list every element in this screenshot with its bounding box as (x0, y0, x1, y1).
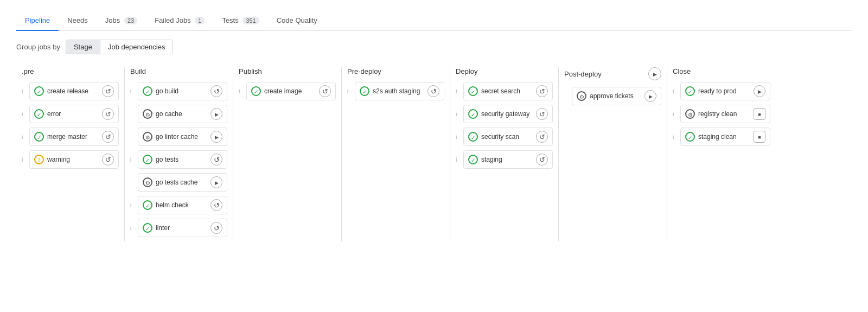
stage-pre: .pre i create release i error i (16, 67, 125, 241)
check-icon (688, 87, 692, 95)
list-item: i create release (22, 82, 119, 100)
tab-failed-jobs[interactable]: Failed Jobs 1 (146, 11, 213, 31)
group-by-job-dependencies-btn[interactable]: Job dependencies (100, 40, 173, 54)
job-name: linter (156, 224, 207, 232)
list-item: i go tests (130, 150, 227, 169)
stage-post-deploy-header: Post-deploy (564, 67, 661, 80)
job-name: create image (264, 87, 316, 95)
refresh-button[interactable] (210, 199, 222, 211)
status-gear-icon (577, 91, 586, 101)
refresh-icon (214, 224, 220, 232)
refresh-button[interactable] (536, 85, 548, 97)
check-icon (145, 156, 150, 164)
jobs-badge: 23 (124, 17, 137, 24)
refresh-button[interactable] (319, 85, 331, 97)
check-icon (471, 133, 475, 141)
refresh-icon (539, 87, 545, 95)
job-name: security gateway (481, 110, 533, 118)
check-icon (688, 133, 692, 141)
check-icon (471, 87, 475, 95)
info-icon: i (22, 111, 27, 117)
refresh-icon (105, 156, 111, 164)
status-success-icon (468, 86, 478, 96)
status-gear-icon (685, 109, 695, 119)
status-success-icon (143, 223, 152, 233)
check-icon (37, 87, 41, 95)
list-item: i approve tickets (564, 87, 661, 105)
play-icon (215, 133, 219, 140)
status-success-icon (34, 132, 44, 142)
job-name: staging clean (698, 133, 750, 141)
group-by-section: Group jobs by Stage Job dependencies (16, 40, 852, 54)
refresh-button[interactable] (536, 154, 548, 165)
status-success-icon (34, 109, 44, 119)
tab-pipeline[interactable]: Pipeline (16, 11, 59, 31)
play-button[interactable] (210, 176, 222, 188)
refresh-button[interactable] (102, 108, 114, 120)
play-button[interactable] (754, 85, 765, 97)
status-success-icon (468, 132, 478, 142)
info-icon: i (456, 111, 461, 117)
job-card: s2s auth staging (355, 82, 444, 100)
check-icon (362, 87, 367, 95)
warning-icon (38, 156, 40, 164)
play-button[interactable] (210, 131, 222, 143)
list-item: i merge master (22, 128, 119, 146)
play-button[interactable] (210, 108, 222, 120)
job-name: go tests (156, 156, 207, 163)
refresh-button[interactable] (102, 154, 114, 165)
tab-jobs[interactable]: Jobs 23 (97, 11, 146, 31)
job-name: merge master (47, 133, 99, 141)
stage-play-button[interactable] (648, 67, 661, 80)
job-card: create release (29, 82, 119, 100)
job-card: ready to prod (680, 82, 770, 100)
info-icon: i (130, 88, 136, 94)
check-icon (37, 133, 41, 141)
gear-icon (579, 92, 584, 100)
refresh-button[interactable] (536, 108, 548, 120)
refresh-button[interactable] (102, 131, 114, 143)
stop-button[interactable] (754, 131, 765, 143)
refresh-button[interactable] (210, 222, 222, 234)
status-success-icon (360, 86, 369, 96)
job-card: staging clean (680, 128, 770, 146)
refresh-button[interactable] (427, 85, 439, 97)
job-name: create release (47, 87, 99, 95)
check-icon (145, 201, 150, 209)
info-icon: i (22, 157, 27, 163)
job-card: merge master (29, 128, 119, 146)
list-item: i warning (22, 150, 119, 169)
play-icon (215, 179, 219, 186)
refresh-button[interactable] (210, 85, 222, 97)
status-success-icon (143, 200, 152, 210)
stage-deploy-title: Deploy (456, 67, 477, 75)
info-icon: i (22, 134, 27, 140)
tab-code-quality[interactable]: Code Quality (268, 11, 326, 31)
page-wrapper: Pipeline Needs Jobs 23 Failed Jobs 1 Tes… (0, 0, 868, 252)
check-icon (37, 110, 41, 118)
stage-pre-deploy-title: Pre-deploy (347, 67, 381, 75)
tab-needs[interactable]: Needs (59, 11, 97, 31)
job-name: secret search (481, 87, 533, 95)
group-by-stage-btn[interactable]: Stage (66, 40, 100, 54)
refresh-button[interactable] (210, 154, 222, 165)
list-item: i secret search (456, 82, 553, 100)
job-card: staging (463, 150, 553, 169)
play-icon (215, 111, 219, 117)
refresh-button[interactable] (536, 131, 548, 143)
stage-close: Close i ready to prod i registry clean (667, 67, 776, 241)
stage-pre-deploy: Pre-deploy i s2s auth staging (342, 67, 450, 241)
stage-deploy-header: Deploy (456, 67, 553, 75)
job-card: registry clean (680, 105, 770, 123)
refresh-icon (539, 133, 545, 141)
tab-tests[interactable]: Tests 351 (213, 11, 267, 31)
tabs-nav: Pipeline Needs Jobs 23 Failed Jobs 1 Tes… (16, 11, 852, 31)
job-card: go tests cache (138, 173, 227, 192)
stage-post-deploy-title: Post-deploy (564, 70, 602, 78)
play-icon (653, 71, 657, 77)
stage-publish-header: Publish (239, 67, 336, 75)
stop-button[interactable] (754, 108, 765, 120)
refresh-button[interactable] (102, 85, 114, 97)
play-button[interactable] (644, 90, 656, 102)
status-success-icon (468, 155, 478, 164)
